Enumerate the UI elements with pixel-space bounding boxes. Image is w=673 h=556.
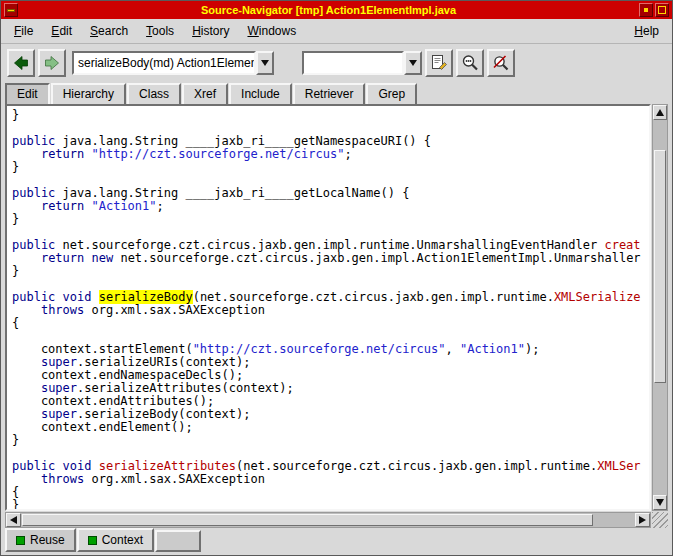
editor-frame: } public java.lang.String ____jaxb_ri___… bbox=[1, 104, 672, 528]
code-line: { bbox=[12, 317, 649, 330]
up-arrow-icon bbox=[656, 109, 664, 116]
scroll-right-button[interactable] bbox=[635, 513, 650, 527]
code-line: return new net.sourceforge.czt.circus.ja… bbox=[12, 252, 649, 265]
green-indicator-icon bbox=[16, 536, 25, 545]
tab-retriever[interactable]: Retriever bbox=[293, 83, 366, 104]
resize-grip[interactable] bbox=[652, 512, 668, 528]
code-line: context.endElement(); bbox=[12, 421, 649, 434]
status-tab-label: Reuse bbox=[30, 533, 65, 547]
vertical-scroll-track[interactable] bbox=[653, 120, 667, 495]
status-tab-label: Context bbox=[102, 533, 143, 547]
code-line: } bbox=[12, 109, 649, 122]
code-line: return "Action1"; bbox=[12, 200, 649, 213]
search-icon bbox=[461, 54, 479, 72]
code-line: return "http://czt.sourceforge.net/circu… bbox=[12, 148, 649, 161]
menu-history[interactable]: History bbox=[183, 20, 238, 42]
tab-class[interactable]: Class bbox=[127, 83, 181, 104]
search-combobox bbox=[302, 51, 422, 75]
status-tab-context[interactable]: Context bbox=[77, 528, 154, 552]
menu-search[interactable]: Search bbox=[81, 20, 137, 42]
menu-file[interactable]: File bbox=[5, 20, 42, 42]
symbol-combo-input[interactable]: serializeBody(md) Action1Elemen bbox=[72, 51, 256, 75]
symbol-combobox: serializeBody(md) Action1Elemen bbox=[72, 51, 274, 75]
history-forward-button[interactable] bbox=[38, 49, 66, 77]
editor-document-icon bbox=[430, 54, 448, 72]
titlebar[interactable]: Source-Navigator [tmp] Action1ElementImp… bbox=[1, 1, 672, 19]
iconify-button[interactable] bbox=[639, 3, 653, 17]
scroll-down-button[interactable] bbox=[653, 495, 667, 510]
menubar-items: FileEditSearchToolsHistoryWindows bbox=[5, 20, 625, 42]
symbol-combo-dropdown-button[interactable] bbox=[256, 51, 274, 75]
left-arrow-icon bbox=[10, 516, 17, 524]
vertical-scroll-thumb[interactable] bbox=[654, 150, 666, 383]
down-arrow-icon bbox=[656, 499, 664, 506]
search-combo-dropdown-button[interactable] bbox=[404, 51, 422, 75]
symbol-combo-value: serializeBody(md) Action1Elemen bbox=[78, 56, 256, 70]
code-line: } bbox=[12, 265, 649, 278]
chevron-down-icon bbox=[409, 60, 417, 66]
window-title: Source-Navigator [tmp] Action1ElementImp… bbox=[19, 4, 638, 16]
horizontal-scroll-track[interactable] bbox=[21, 513, 635, 527]
code-line: throws org.xml.sax.SAXException bbox=[12, 473, 649, 486]
tab-include[interactable]: Include bbox=[229, 83, 292, 104]
maximize-button[interactable] bbox=[655, 3, 669, 17]
code-line: } bbox=[12, 161, 649, 174]
code-line: } bbox=[12, 499, 649, 511]
hscroll-row bbox=[5, 512, 668, 528]
green-indicator-icon bbox=[88, 536, 97, 545]
search-combo-input[interactable] bbox=[302, 51, 404, 75]
window-menu-button[interactable] bbox=[4, 3, 18, 17]
chevron-down-icon bbox=[261, 60, 269, 66]
grep-icon bbox=[492, 54, 510, 72]
iconify-icon bbox=[644, 8, 648, 12]
history-back-button[interactable] bbox=[7, 49, 35, 77]
menu-help[interactable]: Help bbox=[625, 20, 668, 42]
grep-button[interactable] bbox=[487, 49, 515, 77]
app-window: Source-Navigator [tmp] Action1ElementImp… bbox=[0, 0, 673, 556]
tab-grep[interactable]: Grep bbox=[366, 83, 417, 104]
window-menu-icon bbox=[7, 9, 15, 12]
editor-wrap: } public java.lang.String ____jaxb_ri___… bbox=[5, 104, 668, 511]
menubar: FileEditSearchToolsHistoryWindows Help bbox=[1, 19, 672, 44]
right-arrow-icon bbox=[639, 516, 646, 524]
status-tab-empty[interactable] bbox=[155, 530, 201, 552]
back-arrow-icon bbox=[11, 53, 31, 73]
menu-tools[interactable]: Tools bbox=[137, 20, 183, 42]
view-tabs: EditHierarchyClassXrefIncludeRetrieverGr… bbox=[1, 82, 672, 104]
toolbar: serializeBody(md) Action1Elemen bbox=[1, 44, 672, 82]
tab-edit[interactable]: Edit bbox=[5, 83, 50, 104]
code-line: { bbox=[12, 486, 649, 499]
open-editor-button[interactable] bbox=[425, 49, 453, 77]
status-tabs: ReuseContext bbox=[5, 528, 202, 552]
maximize-icon bbox=[658, 6, 666, 14]
vertical-scrollbar[interactable] bbox=[652, 104, 668, 511]
code-editor[interactable]: } public java.lang.String ____jaxb_ri___… bbox=[5, 104, 651, 511]
menu-edit[interactable]: Edit bbox=[42, 20, 81, 42]
horizontal-scroll-thumb[interactable] bbox=[22, 514, 593, 526]
code-line: throws org.xml.sax.SAXException bbox=[12, 304, 649, 317]
code-line: } bbox=[12, 434, 649, 447]
status-tab-reuse[interactable]: Reuse bbox=[5, 528, 76, 552]
code-line: } bbox=[12, 213, 649, 226]
scroll-left-button[interactable] bbox=[6, 513, 21, 527]
tab-hierarchy[interactable]: Hierarchy bbox=[51, 83, 126, 104]
forward-arrow-icon bbox=[42, 53, 62, 73]
search-button[interactable] bbox=[456, 49, 484, 77]
statusbar: ReuseContext bbox=[1, 528, 672, 555]
scroll-up-button[interactable] bbox=[653, 105, 667, 120]
tab-xref[interactable]: Xref bbox=[182, 83, 228, 104]
menu-windows[interactable]: Windows bbox=[238, 20, 305, 42]
horizontal-scrollbar[interactable] bbox=[5, 512, 651, 528]
